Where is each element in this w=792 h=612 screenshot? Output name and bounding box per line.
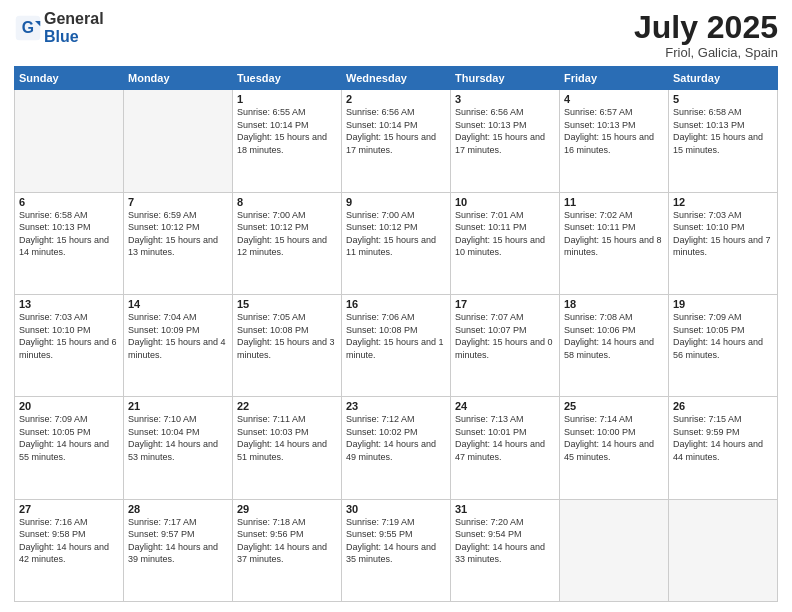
calendar-table: Sunday Monday Tuesday Wednesday Thursday… [14,66,778,602]
day-info: Sunrise: 7:03 AM Sunset: 10:10 PM Daylig… [19,311,119,361]
day-cell: 20Sunrise: 7:09 AM Sunset: 10:05 PM Dayl… [15,397,124,499]
week-row-2: 6Sunrise: 6:58 AM Sunset: 10:13 PM Dayli… [15,192,778,294]
day-number: 2 [346,93,446,105]
day-info: Sunrise: 6:55 AM Sunset: 10:14 PM Daylig… [237,106,337,156]
day-number: 21 [128,400,228,412]
day-cell: 13Sunrise: 7:03 AM Sunset: 10:10 PM Dayl… [15,294,124,396]
day-cell: 10Sunrise: 7:01 AM Sunset: 10:11 PM Dayl… [451,192,560,294]
day-info: Sunrise: 7:07 AM Sunset: 10:07 PM Daylig… [455,311,555,361]
day-number: 4 [564,93,664,105]
day-number: 9 [346,196,446,208]
day-number: 11 [564,196,664,208]
day-number: 20 [19,400,119,412]
day-number: 29 [237,503,337,515]
day-info: Sunrise: 6:58 AM Sunset: 10:13 PM Daylig… [19,209,119,259]
day-cell: 6Sunrise: 6:58 AM Sunset: 10:13 PM Dayli… [15,192,124,294]
col-saturday: Saturday [669,67,778,90]
day-cell: 22Sunrise: 7:11 AM Sunset: 10:03 PM Dayl… [233,397,342,499]
day-cell: 7Sunrise: 6:59 AM Sunset: 10:12 PM Dayli… [124,192,233,294]
day-number: 19 [673,298,773,310]
day-info: Sunrise: 7:05 AM Sunset: 10:08 PM Daylig… [237,311,337,361]
day-cell: 16Sunrise: 7:06 AM Sunset: 10:08 PM Dayl… [342,294,451,396]
day-cell: 8Sunrise: 7:00 AM Sunset: 10:12 PM Dayli… [233,192,342,294]
day-cell: 5Sunrise: 6:58 AM Sunset: 10:13 PM Dayli… [669,90,778,192]
day-info: Sunrise: 7:15 AM Sunset: 9:59 PM Dayligh… [673,413,773,463]
logo-text: General Blue [44,10,104,45]
day-cell [560,499,669,601]
day-info: Sunrise: 7:03 AM Sunset: 10:10 PM Daylig… [673,209,773,259]
day-cell: 24Sunrise: 7:13 AM Sunset: 10:01 PM Dayl… [451,397,560,499]
day-cell: 19Sunrise: 7:09 AM Sunset: 10:05 PM Dayl… [669,294,778,396]
logo-blue-text: Blue [44,28,104,46]
col-thursday: Thursday [451,67,560,90]
day-info: Sunrise: 7:00 AM Sunset: 10:12 PM Daylig… [237,209,337,259]
day-number: 17 [455,298,555,310]
day-number: 15 [237,298,337,310]
day-cell: 3Sunrise: 6:56 AM Sunset: 10:13 PM Dayli… [451,90,560,192]
day-number: 23 [346,400,446,412]
day-number: 26 [673,400,773,412]
day-number: 14 [128,298,228,310]
day-number: 13 [19,298,119,310]
day-cell: 18Sunrise: 7:08 AM Sunset: 10:06 PM Dayl… [560,294,669,396]
day-cell [669,499,778,601]
day-info: Sunrise: 7:12 AM Sunset: 10:02 PM Daylig… [346,413,446,463]
day-info: Sunrise: 7:00 AM Sunset: 10:12 PM Daylig… [346,209,446,259]
day-info: Sunrise: 6:57 AM Sunset: 10:13 PM Daylig… [564,106,664,156]
week-row-3: 13Sunrise: 7:03 AM Sunset: 10:10 PM Dayl… [15,294,778,396]
logo: G General Blue [14,10,104,45]
location: Friol, Galicia, Spain [634,45,778,60]
day-number: 10 [455,196,555,208]
day-info: Sunrise: 7:20 AM Sunset: 9:54 PM Dayligh… [455,516,555,566]
day-cell: 4Sunrise: 6:57 AM Sunset: 10:13 PM Dayli… [560,90,669,192]
week-row-1: 1Sunrise: 6:55 AM Sunset: 10:14 PM Dayli… [15,90,778,192]
col-tuesday: Tuesday [233,67,342,90]
day-info: Sunrise: 7:13 AM Sunset: 10:01 PM Daylig… [455,413,555,463]
header: G General Blue July 2025 Friol, Galicia,… [14,10,778,60]
day-info: Sunrise: 7:09 AM Sunset: 10:05 PM Daylig… [19,413,119,463]
day-info: Sunrise: 7:18 AM Sunset: 9:56 PM Dayligh… [237,516,337,566]
day-info: Sunrise: 7:06 AM Sunset: 10:08 PM Daylig… [346,311,446,361]
day-info: Sunrise: 6:58 AM Sunset: 10:13 PM Daylig… [673,106,773,156]
day-info: Sunrise: 7:10 AM Sunset: 10:04 PM Daylig… [128,413,228,463]
day-number: 22 [237,400,337,412]
day-number: 5 [673,93,773,105]
day-cell: 26Sunrise: 7:15 AM Sunset: 9:59 PM Dayli… [669,397,778,499]
day-cell: 11Sunrise: 7:02 AM Sunset: 10:11 PM Dayl… [560,192,669,294]
month-title: July 2025 [634,10,778,45]
day-number: 30 [346,503,446,515]
day-cell: 9Sunrise: 7:00 AM Sunset: 10:12 PM Dayli… [342,192,451,294]
day-info: Sunrise: 7:02 AM Sunset: 10:11 PM Daylig… [564,209,664,259]
day-cell: 1Sunrise: 6:55 AM Sunset: 10:14 PM Dayli… [233,90,342,192]
col-monday: Monday [124,67,233,90]
day-cell: 27Sunrise: 7:16 AM Sunset: 9:58 PM Dayli… [15,499,124,601]
col-friday: Friday [560,67,669,90]
day-info: Sunrise: 7:09 AM Sunset: 10:05 PM Daylig… [673,311,773,361]
day-cell [124,90,233,192]
day-info: Sunrise: 7:17 AM Sunset: 9:57 PM Dayligh… [128,516,228,566]
day-cell: 14Sunrise: 7:04 AM Sunset: 10:09 PM Dayl… [124,294,233,396]
day-info: Sunrise: 6:56 AM Sunset: 10:14 PM Daylig… [346,106,446,156]
logo-general-text: General [44,10,104,28]
logo-icon: G [14,14,42,42]
day-number: 6 [19,196,119,208]
day-number: 31 [455,503,555,515]
calendar-page: G General Blue July 2025 Friol, Galicia,… [0,0,792,612]
day-info: Sunrise: 6:59 AM Sunset: 10:12 PM Daylig… [128,209,228,259]
day-cell: 25Sunrise: 7:14 AM Sunset: 10:00 PM Dayl… [560,397,669,499]
day-cell: 31Sunrise: 7:20 AM Sunset: 9:54 PM Dayli… [451,499,560,601]
day-cell: 30Sunrise: 7:19 AM Sunset: 9:55 PM Dayli… [342,499,451,601]
day-number: 16 [346,298,446,310]
day-info: Sunrise: 7:01 AM Sunset: 10:11 PM Daylig… [455,209,555,259]
day-number: 25 [564,400,664,412]
day-cell: 23Sunrise: 7:12 AM Sunset: 10:02 PM Dayl… [342,397,451,499]
day-info: Sunrise: 7:04 AM Sunset: 10:09 PM Daylig… [128,311,228,361]
day-cell: 2Sunrise: 6:56 AM Sunset: 10:14 PM Dayli… [342,90,451,192]
day-number: 12 [673,196,773,208]
day-cell [15,90,124,192]
week-row-5: 27Sunrise: 7:16 AM Sunset: 9:58 PM Dayli… [15,499,778,601]
day-info: Sunrise: 7:11 AM Sunset: 10:03 PM Daylig… [237,413,337,463]
day-cell: 29Sunrise: 7:18 AM Sunset: 9:56 PM Dayli… [233,499,342,601]
col-wednesday: Wednesday [342,67,451,90]
day-info: Sunrise: 7:16 AM Sunset: 9:58 PM Dayligh… [19,516,119,566]
